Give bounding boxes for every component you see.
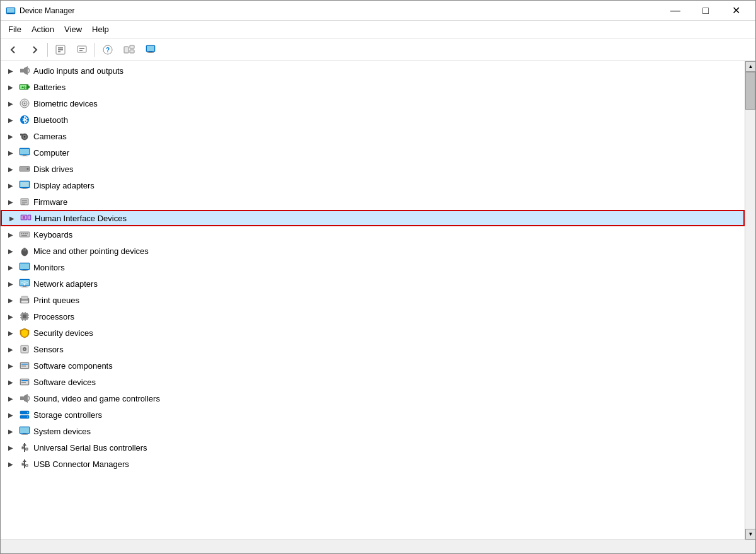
monitor-icon — [18, 261, 31, 274]
minimize-button[interactable]: — — [661, 2, 690, 20]
tree-item-softwaredev[interactable]: ▶ Software devices — [1, 374, 745, 390]
expand-arrow-keyboard[interactable]: ▶ — [6, 229, 16, 239]
expand-arrow-softwarecomp[interactable]: ▶ — [6, 361, 16, 371]
app-icon — [6, 6, 16, 16]
expand-arrow-computer[interactable]: ▶ — [6, 147, 16, 158]
tree-item-usbconn[interactable]: ▶ USB Connector Managers — [1, 456, 745, 472]
menu-action[interactable]: Action — [26, 22, 59, 37]
scroll-up-button[interactable]: ▲ — [745, 61, 755, 72]
forward-button[interactable] — [25, 41, 45, 59]
tree-item-print[interactable]: ▶ Print queues — [1, 292, 745, 308]
svg-rect-3 — [8, 13, 13, 14]
expand-arrow-system[interactable]: ▶ — [6, 426, 16, 436]
menu-view[interactable]: View — [59, 22, 87, 37]
computer-icon — [18, 146, 31, 159]
usb-icon — [18, 441, 31, 454]
properties-button[interactable] — [50, 41, 71, 59]
svg-rect-33 — [20, 134, 23, 136]
expand-arrow-usbconn[interactable]: ▶ — [6, 459, 16, 469]
update-driver-button[interactable] — [72, 41, 92, 59]
expand-arrow-softwaredev[interactable]: ▶ — [6, 377, 16, 387]
scrollbar-thumb[interactable] — [745, 72, 755, 110]
expand-arrow-batteries[interactable]: ▶ — [6, 82, 16, 92]
svg-rect-57 — [21, 233, 22, 234]
expand-arrow-firmware[interactable]: ▶ — [6, 197, 16, 207]
maximize-button[interactable]: □ — [691, 2, 720, 20]
tree-item-biometric[interactable]: ▶ Biometric devices — [1, 95, 745, 112]
close-button[interactable]: ✕ — [721, 2, 750, 20]
menu-help[interactable]: Help — [87, 22, 114, 37]
scrollbar-track[interactable] — [745, 72, 755, 529]
tree-item-keyboard[interactable]: ▶ Keyboards — [1, 226, 745, 243]
expand-arrow-usb[interactable]: ▶ — [6, 442, 16, 453]
expand-arrow-security[interactable]: ▶ — [6, 328, 16, 338]
expand-arrow-storage[interactable]: ▶ — [6, 410, 16, 420]
tree-item-audio[interactable]: ▶ Audio inputs and outputs — [1, 62, 745, 79]
usb-label: Universal Serial Bus controllers — [33, 443, 147, 453]
svg-rect-112 — [26, 448, 28, 450]
scroll-down-button[interactable]: ▼ — [745, 529, 755, 540]
tree-item-security[interactable]: ▶ Security devices — [1, 325, 745, 341]
biometric-icon — [18, 97, 31, 110]
svg-rect-51 — [21, 216, 26, 219]
battery-icon: +/- — [18, 81, 31, 93]
tree-item-system[interactable]: ▶ System devices — [1, 423, 745, 439]
svg-rect-19 — [147, 52, 154, 53]
svg-point-28 — [24, 103, 26, 105]
tree-item-usb[interactable]: ▶ Universal Serial Bus controllers — [1, 439, 745, 456]
help-button[interactable]: ? — [98, 41, 118, 59]
expand-arrow-network[interactable]: ▶ — [6, 279, 16, 289]
tree-item-mice[interactable]: ▶ Mice and other pointing devices — [1, 243, 745, 259]
tree-item-firmware[interactable]: ▶ Firmware — [1, 193, 745, 210]
expand-arrow-monitors[interactable]: ▶ — [6, 262, 16, 272]
tree-item-display[interactable]: ▶ Display adapters — [1, 177, 745, 193]
scrollbar-vertical[interactable]: ▲ ▼ — [745, 61, 755, 540]
softwarecomp-label: Software components — [33, 361, 113, 371]
svg-rect-49 — [22, 204, 25, 205]
expand-arrow-display[interactable]: ▶ — [6, 180, 16, 190]
svg-marker-116 — [23, 459, 26, 462]
tree-item-batteries[interactable]: ▶ +/- Batteries — [1, 79, 745, 95]
expand-arrow-processors[interactable]: ▶ — [6, 311, 16, 321]
sound-icon — [18, 392, 31, 405]
svg-rect-71 — [23, 286, 26, 287]
expand-arrow-biometric[interactable]: ▶ — [6, 98, 16, 108]
svg-rect-67 — [23, 270, 26, 270]
expand-arrow-sound[interactable]: ▶ — [6, 393, 16, 403]
tree-item-cameras[interactable]: ▶ Cameras — [1, 128, 745, 144]
tree-item-bluetooth[interactable]: ▶ Bluetooth — [1, 112, 745, 128]
status-bar — [1, 540, 755, 553]
svg-rect-48 — [22, 202, 27, 203]
expand-arrow-sensors[interactable]: ▶ — [6, 344, 16, 354]
tree-item-network[interactable]: ▶ Network adapters — [1, 275, 745, 292]
svg-rect-37 — [21, 156, 28, 156]
expand-arrow-mice[interactable]: ▶ — [6, 246, 16, 256]
window-controls: — □ ✕ — [661, 2, 750, 20]
tree-item-processors[interactable]: ▶ Processors — [1, 308, 745, 325]
tree-item-hid[interactable]: ▶ Human Interface Devices — [1, 210, 745, 226]
svg-point-40 — [27, 168, 29, 170]
batteries-label: Batteries — [33, 83, 66, 92]
svg-rect-18 — [149, 52, 152, 52]
svg-rect-72 — [21, 287, 28, 287]
expand-arrow-disk[interactable]: ▶ — [6, 164, 16, 174]
menu-file[interactable]: File — [3, 22, 26, 37]
show-hidden-button[interactable] — [119, 41, 139, 59]
svg-rect-59 — [25, 233, 26, 234]
expand-arrow-cameras[interactable]: ▶ — [6, 131, 16, 141]
tree-item-computer[interactable]: ▶ Computer — [1, 144, 745, 161]
storage-icon — [18, 408, 31, 421]
expand-arrow-print[interactable]: ▶ — [6, 295, 16, 305]
expand-arrow-audio[interactable]: ▶ — [6, 66, 16, 76]
expand-arrow-hid[interactable]: ▶ — [7, 213, 17, 223]
tree-item-storage[interactable]: ▶ Storage controllers — [1, 407, 745, 423]
tree-item-sensors[interactable]: ▶ Sensors — [1, 341, 745, 357]
display-button[interactable] — [140, 41, 161, 59]
tree-item-softwarecomp[interactable]: ▶ Software components — [1, 357, 745, 374]
tree-panel[interactable]: ▶ Audio inputs and outputs ▶ — [1, 61, 745, 540]
back-button[interactable] — [3, 41, 23, 59]
expand-arrow-bluetooth[interactable]: ▶ — [6, 115, 16, 125]
tree-item-monitors[interactable]: ▶ Monitors — [1, 259, 745, 275]
tree-item-disk[interactable]: ▶ Disk drives — [1, 161, 745, 177]
tree-item-sound[interactable]: ▶ Sound, video and game controllers — [1, 390, 745, 407]
